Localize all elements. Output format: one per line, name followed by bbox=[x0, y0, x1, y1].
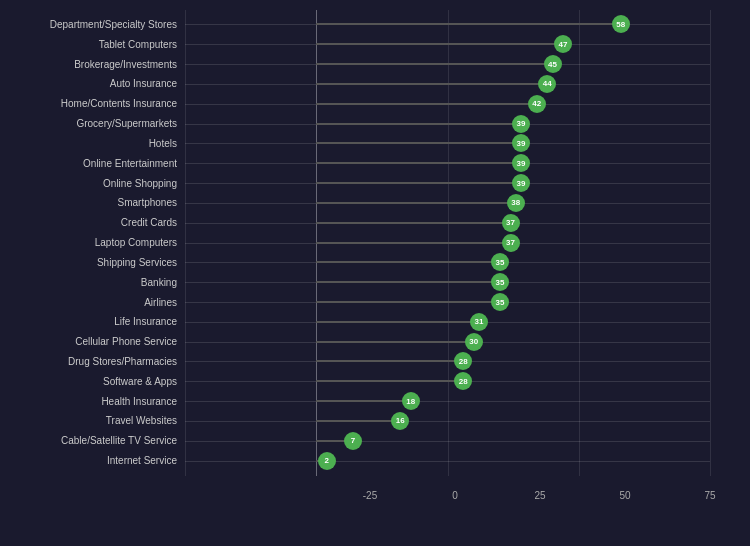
bar bbox=[316, 321, 479, 323]
chart-row: Online Shopping39 bbox=[0, 174, 710, 193]
bar bbox=[316, 202, 516, 204]
value-dot: 47 bbox=[554, 35, 572, 53]
chart-row: Department/Specialty Stores58 bbox=[0, 15, 710, 34]
x-tick-label: 50 bbox=[619, 490, 630, 501]
row-label: Software & Apps bbox=[0, 376, 185, 387]
bar bbox=[316, 400, 411, 402]
row-label: Hotels bbox=[0, 138, 185, 149]
chart-row: Shipping Services35 bbox=[0, 253, 710, 272]
value-dot: 37 bbox=[502, 234, 520, 252]
chart-row: Smartphones38 bbox=[0, 193, 710, 212]
value-dot: 37 bbox=[502, 214, 520, 232]
value-dot: 58 bbox=[612, 15, 630, 33]
value-dot: 30 bbox=[465, 333, 483, 351]
row-label: Online Shopping bbox=[0, 178, 185, 189]
row-line bbox=[185, 401, 710, 402]
chart-row: Laptop Computers37 bbox=[0, 233, 710, 252]
row-label: Airlines bbox=[0, 297, 185, 308]
chart-row: Banking35 bbox=[0, 273, 710, 292]
value-dot: 39 bbox=[512, 174, 530, 192]
row-label: Cellular Phone Service bbox=[0, 336, 185, 347]
row-label: Shipping Services bbox=[0, 257, 185, 268]
value-dot: 35 bbox=[491, 293, 509, 311]
value-dot: 44 bbox=[538, 75, 556, 93]
value-dot: 45 bbox=[544, 55, 562, 73]
row-line bbox=[185, 461, 710, 462]
chart-row: Auto Insurance44 bbox=[0, 74, 710, 93]
chart-container: Department/Specialty Stores58Tablet Comp… bbox=[0, 0, 750, 546]
chart-row: Health Insurance18 bbox=[0, 392, 710, 411]
row-label: Drug Stores/Pharmacies bbox=[0, 356, 185, 367]
value-dot: 42 bbox=[528, 95, 546, 113]
x-tick-label: 0 bbox=[452, 490, 458, 501]
chart-row: Brokerage/Investments45 bbox=[0, 55, 710, 74]
x-tick-label: 75 bbox=[704, 490, 715, 501]
row-label: Credit Cards bbox=[0, 217, 185, 228]
value-dot: 2 bbox=[318, 452, 336, 470]
bar bbox=[316, 420, 400, 422]
bar bbox=[316, 162, 521, 164]
bar bbox=[316, 83, 547, 85]
chart-row: Tablet Computers47 bbox=[0, 35, 710, 54]
chart-row: Travel Websites16 bbox=[0, 412, 710, 431]
value-dot: 35 bbox=[491, 273, 509, 291]
row-label: Tablet Computers bbox=[0, 39, 185, 50]
chart-row: Grocery/Supermarkets39 bbox=[0, 114, 710, 133]
bar bbox=[316, 23, 621, 25]
row-label: Brokerage/Investments bbox=[0, 59, 185, 70]
row-label: Online Entertainment bbox=[0, 158, 185, 169]
row-label: Auto Insurance bbox=[0, 78, 185, 89]
bar bbox=[316, 301, 500, 303]
bar bbox=[316, 103, 537, 105]
row-label: Health Insurance bbox=[0, 396, 185, 407]
value-dot: 38 bbox=[507, 194, 525, 212]
bar bbox=[316, 341, 474, 343]
bar bbox=[316, 380, 463, 382]
row-label: Smartphones bbox=[0, 197, 185, 208]
chart-row: Cable/Satellite TV Service7 bbox=[0, 431, 710, 450]
row-label: Department/Specialty Stores bbox=[0, 19, 185, 30]
bar bbox=[316, 360, 463, 362]
bar bbox=[316, 123, 521, 125]
chart-row: Software & Apps28 bbox=[0, 372, 710, 391]
value-dot: 39 bbox=[512, 134, 530, 152]
x-axis: -250255075 bbox=[370, 476, 710, 501]
row-label: Grocery/Supermarkets bbox=[0, 118, 185, 129]
value-dot: 35 bbox=[491, 253, 509, 271]
chart-row: Online Entertainment39 bbox=[0, 154, 710, 173]
value-dot: 16 bbox=[391, 412, 409, 430]
bar bbox=[316, 63, 552, 65]
bar bbox=[316, 281, 500, 283]
bar bbox=[316, 43, 563, 45]
value-dot: 39 bbox=[512, 154, 530, 172]
value-dot: 39 bbox=[512, 115, 530, 133]
value-dot: 31 bbox=[470, 313, 488, 331]
value-dot: 18 bbox=[402, 392, 420, 410]
chart-row: Cellular Phone Service30 bbox=[0, 332, 710, 351]
row-label: Travel Websites bbox=[0, 415, 185, 426]
value-dot: 7 bbox=[344, 432, 362, 450]
value-dot: 28 bbox=[454, 372, 472, 390]
value-dot: 28 bbox=[454, 352, 472, 370]
row-label: Internet Service bbox=[0, 455, 185, 466]
row-line bbox=[185, 421, 710, 422]
chart-row: Hotels39 bbox=[0, 134, 710, 153]
x-tick-label: -25 bbox=[363, 490, 377, 501]
row-line bbox=[185, 441, 710, 442]
bar bbox=[316, 182, 521, 184]
chart-row: Credit Cards37 bbox=[0, 213, 710, 232]
row-label: Laptop Computers bbox=[0, 237, 185, 248]
row-label: Home/Contents Insurance bbox=[0, 98, 185, 109]
chart-row: Drug Stores/Pharmacies28 bbox=[0, 352, 710, 371]
grid-line bbox=[710, 10, 711, 476]
bar bbox=[316, 261, 500, 263]
chart-row: Internet Service2 bbox=[0, 451, 710, 470]
row-label: Life Insurance bbox=[0, 316, 185, 327]
chart-row: Life Insurance31 bbox=[0, 312, 710, 331]
chart-row: Airlines35 bbox=[0, 293, 710, 312]
row-label: Cable/Satellite TV Service bbox=[0, 435, 185, 446]
chart-row: Home/Contents Insurance42 bbox=[0, 94, 710, 113]
row-label: Banking bbox=[0, 277, 185, 288]
bar bbox=[316, 142, 521, 144]
bar bbox=[316, 222, 510, 224]
